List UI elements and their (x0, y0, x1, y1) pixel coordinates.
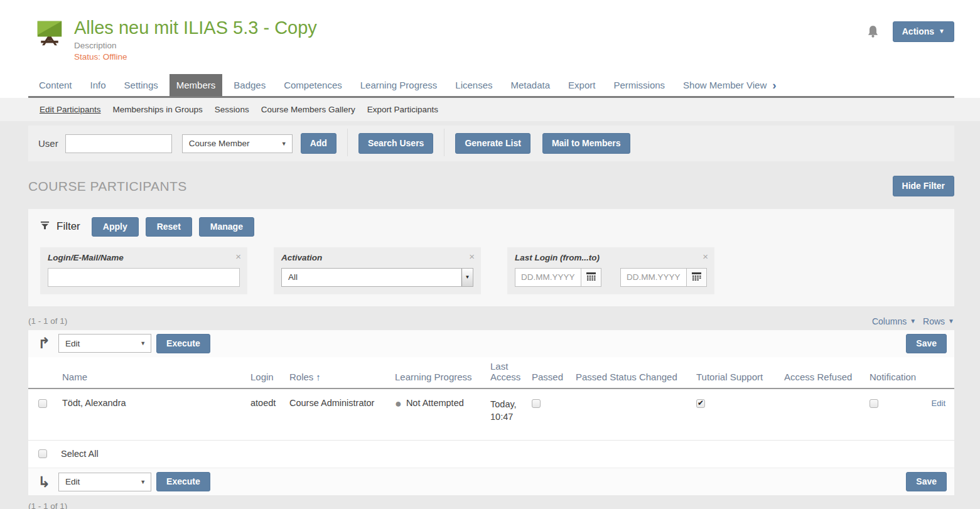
subtab-sessions[interactable]: Sessions (215, 105, 249, 114)
last-login-from-input[interactable] (515, 268, 581, 287)
tab-bar: Content Info Settings Members Badges Com… (28, 74, 954, 98)
course-status: Status: Offline (74, 52, 317, 62)
generate-list-button[interactable]: Generate List (455, 133, 530, 154)
close-icon[interactable]: × (235, 252, 241, 261)
section-title: COURSE PARTICIPANTS (28, 179, 187, 194)
participant-name: Tödt, Alexandra (57, 388, 245, 441)
participants-table: Name Login Roles↑ Learning Progress Last… (28, 357, 954, 441)
filter-field-last-login: Last Login (from...to) × (507, 247, 714, 294)
bulk-action-select[interactable]: Edit (59, 473, 151, 491)
subtab-edit-participants[interactable]: Edit Participants (40, 105, 101, 114)
range-row: (1 - 1 of 1) Columns ▼ Rows ▼ (28, 316, 954, 326)
table-header-row: Name Login Roles↑ Learning Progress Last… (28, 357, 954, 388)
columns-dropdown[interactable]: Columns ▼ (872, 316, 916, 326)
actions-button-label: Actions (902, 26, 934, 37)
execute-button[interactable]: Execute (156, 334, 210, 353)
search-users-button[interactable]: Search Users (358, 133, 434, 154)
calendar-button[interactable] (687, 268, 707, 287)
hide-filter-button[interactable]: Hide Filter (893, 176, 954, 196)
save-button[interactable]: Save (906, 334, 947, 353)
tab-metadata[interactable]: Metadata (504, 74, 557, 96)
close-icon[interactable]: × (703, 252, 708, 261)
toolbar-divider (347, 129, 348, 156)
tab-content[interactable]: Content (32, 74, 79, 96)
col-passed-status-changed[interactable]: Passed Status Changed (571, 357, 691, 388)
subtab-export-participants[interactable]: Export Participants (367, 105, 438, 114)
col-login[interactable]: Login (245, 357, 284, 388)
col-learning-progress[interactable]: Learning Progress (390, 357, 485, 388)
bulk-action-row-bottom: ↳ Edit ▼ Execute Save (28, 468, 954, 495)
tab-show-member-view[interactable]: Show Member View › (676, 74, 783, 96)
chevron-right-icon: › (772, 80, 776, 90)
sort-ascending-icon: ↑ (316, 372, 321, 382)
last-login-to-input[interactable] (620, 268, 687, 287)
chevron-down-icon: ▼ (939, 28, 945, 35)
tab-settings[interactable]: Settings (117, 74, 165, 96)
login-filter-input[interactable] (48, 268, 240, 287)
result-count: (1 - 1 of 1) (28, 316, 67, 326)
tab-licenses[interactable]: Licenses (448, 74, 499, 96)
add-button[interactable]: Add (301, 133, 337, 154)
passed-checkbox[interactable] (532, 399, 541, 408)
calendar-icon (692, 272, 701, 282)
page: Alles neu mit ILIAS 5.3 - Copy Descripti… (0, 0, 980, 509)
col-last-access[interactable]: Last Access (485, 357, 527, 388)
tutorial-support-checkbox[interactable] (696, 399, 705, 408)
tab-learning-progress[interactable]: Learning Progress (353, 74, 444, 96)
col-roles[interactable]: Roles↑ (284, 357, 390, 388)
calendar-icon (586, 272, 596, 282)
rows-dropdown-label: Rows (923, 316, 945, 326)
section-head: COURSE PARTICIPANTS Hide Filter (28, 176, 954, 196)
close-icon[interactable]: × (469, 252, 475, 261)
user-input[interactable] (65, 134, 172, 153)
reset-filter-button[interactable]: Reset (146, 217, 192, 237)
bulk-action-select-wrap-bottom: Edit ▼ (58, 473, 151, 491)
chevron-down-icon: ▼ (948, 318, 954, 324)
learning-progress-status: ●Not Attempted (390, 388, 485, 441)
toolbar-divider (444, 129, 444, 156)
col-passed[interactable]: Passed (527, 357, 571, 388)
filter-panel: Filter Apply Reset Manage Login/E-Mail/N… (28, 209, 954, 306)
filter-icon (40, 221, 50, 233)
mail-to-members-button[interactable]: Mail to Members (542, 133, 630, 154)
role-select-wrap: Course Member ▼ (182, 134, 293, 153)
arrow-down-right-icon: ↳ (38, 474, 50, 490)
actions-button[interactable]: Actions ▼ (893, 21, 954, 42)
columns-dropdown-label: Columns (872, 316, 907, 326)
user-label: User (38, 138, 58, 149)
col-select (28, 357, 57, 388)
tab-badges[interactable]: Badges (227, 74, 272, 96)
col-tutorial-support[interactable]: Tutorial Support (691, 357, 779, 388)
col-name[interactable]: Name (57, 357, 245, 388)
tab-competences[interactable]: Competences (277, 74, 349, 96)
notification-checkbox[interactable] (870, 399, 878, 408)
row-select-checkbox[interactable] (38, 399, 47, 408)
col-notification[interactable]: Notification (864, 357, 918, 388)
select-all-checkbox[interactable] (38, 449, 47, 458)
subtab-memberships-in-groups[interactable]: Memberships in Groups (113, 105, 203, 114)
rows-dropdown[interactable]: Rows ▼ (923, 316, 954, 326)
calendar-button[interactable] (581, 268, 601, 287)
col-access-refused[interactable]: Access Refused (779, 357, 864, 388)
bulk-action-select-wrap-top: Edit ▼ (58, 334, 151, 353)
tab-export[interactable]: Export (561, 74, 602, 96)
activation-filter-label: Activation (281, 253, 473, 262)
arrow-up-right-icon: ↱ (38, 336, 50, 351)
row-edit-link[interactable]: Edit (932, 399, 945, 408)
apply-filter-button[interactable]: Apply (92, 217, 139, 237)
tab-members[interactable]: Members (170, 74, 223, 96)
tab-permissions[interactable]: Permissions (606, 74, 672, 96)
participants-table-block: ↱ Edit ▼ Execute Save Name Login (28, 330, 954, 495)
execute-button[interactable]: Execute (156, 472, 210, 491)
bulk-action-row-top: ↱ Edit ▼ Execute Save (28, 330, 954, 357)
filter-title: Filter (57, 220, 80, 233)
tab-info[interactable]: Info (83, 74, 113, 96)
save-button[interactable]: Save (906, 472, 947, 491)
subtab-course-members-gallery[interactable]: Course Members Gallery (261, 105, 355, 114)
page-title: Alles neu mit ILIAS 5.3 - Copy (74, 18, 317, 38)
role-select[interactable]: Course Member (183, 135, 292, 153)
notification-bell-icon[interactable] (867, 25, 879, 38)
manage-filter-button[interactable]: Manage (199, 217, 254, 237)
bulk-action-select[interactable]: Edit (59, 335, 151, 352)
activation-select[interactable]: All (282, 269, 473, 286)
